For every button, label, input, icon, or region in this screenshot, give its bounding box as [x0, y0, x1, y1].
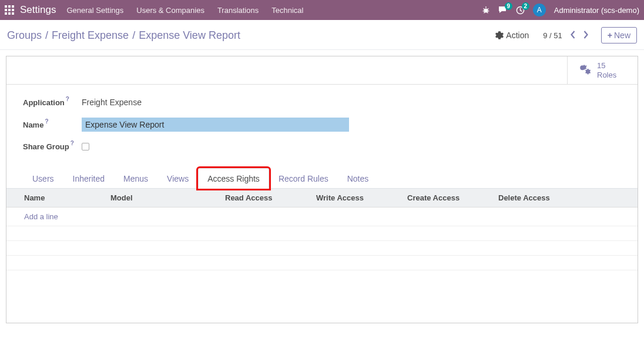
help-icon[interactable]: ? [66, 96, 69, 102]
tab-access-rights[interactable]: Access Rights [198, 168, 269, 189]
add-line-button[interactable]: Add a line [24, 212, 58, 221]
username[interactable]: Administrator (scs-demo) [554, 6, 639, 15]
svg-rect-4 [8, 9, 11, 11]
help-icon[interactable]: ? [71, 140, 74, 146]
app-name[interactable]: Settings [20, 4, 56, 16]
stat-roles-count: 15 [597, 61, 616, 71]
tab-menus[interactable]: Menus [114, 168, 157, 189]
tab-notes[interactable]: Notes [338, 168, 378, 189]
pager: 9 / 51 [543, 29, 591, 42]
col-name[interactable]: Name [6, 189, 103, 208]
form-body: Application? Freight Expense Name? Expen… [6, 85, 638, 168]
gears-icon [578, 63, 591, 78]
tab-views[interactable]: Views [157, 168, 198, 189]
activities-badge: 2 [522, 2, 529, 10]
action-label: Action [506, 31, 529, 40]
help-icon[interactable]: ? [45, 118, 48, 125]
new-button[interactable]: + New [601, 27, 637, 43]
col-delete[interactable]: Delete Access [491, 189, 582, 208]
svg-rect-6 [5, 12, 7, 15]
activities-icon[interactable]: 2 [516, 6, 525, 15]
table-row: Add a line [6, 208, 638, 226]
table-row [6, 226, 638, 241]
breadcrumb-parent[interactable]: Freight Expense [52, 29, 129, 42]
tabs: Users Inherited Menus Views Access Right… [6, 168, 638, 188]
plus-icon: + [608, 31, 612, 40]
col-read[interactable]: Read Access [218, 189, 309, 208]
avatar[interactable]: A [533, 4, 546, 16]
col-model[interactable]: Model [103, 189, 218, 208]
breadcrumb-sep: / [45, 29, 48, 42]
apps-icon[interactable] [5, 5, 14, 15]
top-navbar: Settings General Settings Users & Compan… [0, 0, 644, 20]
menu-general-settings[interactable]: General Settings [66, 6, 123, 15]
access-rights-list: Name Model Read Access Write Access Crea… [6, 188, 638, 270]
breadcrumb-root[interactable]: Groups [7, 29, 42, 42]
pager-next[interactable] [581, 29, 591, 42]
menu-technical[interactable]: Technical [271, 6, 303, 15]
svg-rect-7 [8, 12, 11, 15]
stat-roles-button[interactable]: 15 Roles [567, 56, 638, 84]
name-label: Name? [23, 121, 82, 129]
svg-rect-5 [12, 9, 14, 11]
top-menu: General Settings Users & Companies Trans… [66, 6, 303, 15]
table-row [6, 241, 638, 256]
menu-translations[interactable]: Translations [217, 6, 259, 15]
debug-icon[interactable] [482, 6, 490, 14]
svg-rect-3 [5, 9, 7, 11]
breadcrumb: Groups / Freight Expense / Expense View … [7, 29, 240, 42]
tab-record-rules[interactable]: Record Rules [269, 168, 338, 189]
stat-roles-label: Roles [597, 71, 616, 80]
tab-inherited[interactable]: Inherited [63, 168, 114, 189]
col-trash [582, 189, 638, 208]
control-bar: Groups / Freight Expense / Expense View … [0, 20, 644, 50]
messages-badge: 9 [505, 2, 512, 10]
col-create[interactable]: Create Access [400, 189, 491, 208]
application-label: Application? [23, 98, 82, 107]
svg-rect-0 [5, 5, 7, 8]
breadcrumb-sep: / [132, 29, 135, 42]
col-write[interactable]: Write Access [309, 189, 400, 208]
tab-users[interactable]: Users [23, 168, 63, 189]
svg-rect-2 [12, 5, 14, 8]
new-label: New [614, 31, 630, 40]
svg-rect-8 [12, 12, 14, 15]
action-dropdown[interactable]: Action [495, 31, 529, 40]
application-value[interactable]: Freight Expense [82, 98, 142, 107]
share-group-label: Share Group? [23, 142, 82, 151]
share-group-checkbox[interactable] [82, 143, 89, 150]
messages-icon[interactable]: 9 [498, 6, 508, 14]
topbar-right: 9 2 A Administrator (scs-demo) [482, 4, 639, 16]
stat-bar: 15 Roles [6, 56, 638, 85]
pager-text[interactable]: 9 / 51 [543, 31, 562, 40]
form-sheet: 15 Roles Application? Freight Expense Na… [6, 56, 638, 323]
table-header-row: Name Model Read Access Write Access Crea… [6, 189, 638, 208]
table-row [6, 256, 638, 270]
pager-prev[interactable] [568, 29, 578, 42]
name-field[interactable]: Expense View Report [82, 118, 349, 132]
svg-rect-1 [8, 5, 11, 8]
breadcrumb-current: Expense View Report [139, 29, 240, 42]
menu-users-companies[interactable]: Users & Companies [136, 6, 204, 15]
